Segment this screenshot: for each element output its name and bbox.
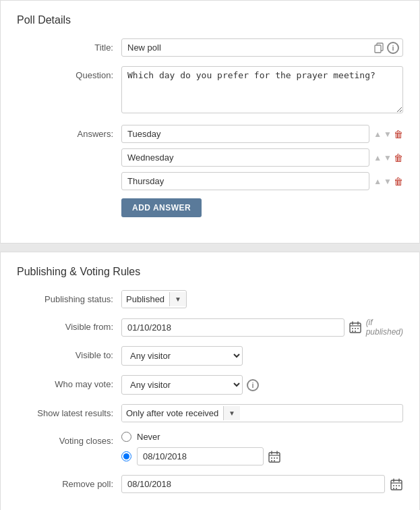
publishing-status-select[interactable]: Published Draft Archived <box>122 291 169 308</box>
answer-input-2[interactable] <box>121 172 369 190</box>
voting-closes-date-input[interactable] <box>137 447 264 465</box>
svg-point-6 <box>352 328 353 329</box>
voting-closes-radio-group: Never <box>121 432 403 465</box>
svg-point-19 <box>274 460 275 461</box>
visible-from-input[interactable] <box>121 318 344 337</box>
svg-point-9 <box>352 331 353 332</box>
svg-point-25 <box>396 485 397 486</box>
svg-point-7 <box>355 328 356 329</box>
show-results-label: Show latest results: <box>17 404 121 418</box>
poll-details-section: Poll Details Title: i Question: <box>0 0 420 244</box>
answer-up-icon-2[interactable]: ▲ <box>373 177 382 186</box>
answer-input-1[interactable] <box>121 148 369 167</box>
answer-input-0[interactable] <box>121 125 369 143</box>
svg-point-15 <box>271 457 272 459</box>
remove-poll-label: Remove poll: <box>17 475 121 489</box>
show-results-wrap: Only after vote received Always Never ▼ <box>121 404 403 422</box>
answers-block: ▲ ▼ 🗑 ▲ ▼ 🗑 ▲ <box>121 125 403 217</box>
svg-point-8 <box>357 328 359 329</box>
remove-poll-wrap <box>121 475 403 493</box>
title-input[interactable] <box>121 38 403 57</box>
who-may-vote-row: Who may vote: Any visitor Members only L… <box>17 375 403 395</box>
question-row: Question: Which day do you prefer for th… <box>17 66 403 115</box>
answer-delete-icon-0[interactable]: 🗑 <box>394 129 403 140</box>
question-field-wrap: Which day do you prefer for the prayer m… <box>121 66 403 115</box>
svg-point-10 <box>355 331 356 332</box>
show-results-select-wrap: Only after vote received Always Never ▼ <box>121 404 403 422</box>
who-may-vote-wrap: Any visitor Members only Logged in users… <box>121 375 403 395</box>
visible-to-wrap: Any visitor Members only Logged in users <box>121 346 403 366</box>
voting-closes-never-label: Never <box>137 432 160 442</box>
voting-closes-never-radio[interactable] <box>121 432 131 442</box>
answer-down-icon-2[interactable]: ▼ <box>384 177 392 186</box>
voting-closes-never-item: Never <box>121 432 403 442</box>
publishing-status-label: Publishing status: <box>17 290 121 304</box>
answer-row-1: ▲ ▼ 🗑 <box>121 148 403 167</box>
svg-point-26 <box>398 485 400 486</box>
voting-closes-row: Voting closes: Never <box>17 432 403 465</box>
copy-icon[interactable] <box>373 42 384 53</box>
answer-input-wrap-0 <box>121 125 369 143</box>
voting-closes-calendar-icon[interactable] <box>268 449 281 464</box>
answer-actions-2: ▲ ▼ 🗑 <box>373 176 403 187</box>
answer-down-icon-0[interactable]: ▼ <box>384 130 392 138</box>
visible-from-row: Visible from: <box>17 318 403 337</box>
answer-up-icon-1[interactable]: ▲ <box>373 154 382 162</box>
answer-row-0: ▲ ▼ 🗑 <box>121 125 403 143</box>
remove-poll-date-row <box>121 475 403 493</box>
svg-rect-1 <box>375 45 381 53</box>
svg-point-18 <box>271 460 272 461</box>
voting-closes-date-row <box>137 447 281 465</box>
svg-point-16 <box>274 457 275 459</box>
show-results-dropdown-btn[interactable]: ▼ <box>223 406 240 420</box>
if-published-note: (if published) <box>366 318 403 337</box>
visible-to-select[interactable]: Any visitor Members only Logged in users <box>121 346 243 366</box>
show-results-select[interactable]: Only after vote received Always Never <box>122 405 223 422</box>
publishing-status-row: Publishing status: Published Draft Archi… <box>17 290 403 308</box>
publishing-section: Publishing & Voting Rules Publishing sta… <box>0 252 420 510</box>
who-may-vote-label: Who may vote: <box>17 375 121 389</box>
poll-details-title: Poll Details <box>17 14 403 26</box>
title-icons: i <box>373 42 399 54</box>
visible-from-wrap: (if published) <box>121 318 403 337</box>
answers-label: Answers: <box>17 125 121 139</box>
voting-closes-date-radio[interactable] <box>121 451 131 461</box>
answer-input-wrap-1 <box>121 148 369 167</box>
answer-delete-icon-1[interactable]: 🗑 <box>394 152 403 163</box>
publishing-status-wrap: Published Draft Archived ▼ <box>121 290 403 308</box>
visible-from-date-row: (if published) <box>121 318 403 337</box>
answer-up-icon-0[interactable]: ▲ <box>373 130 382 138</box>
question-label: Question: <box>17 66 121 80</box>
publishing-title: Publishing & Voting Rules <box>17 266 403 278</box>
remove-poll-row: Remove poll: <box>17 475 403 493</box>
title-label: Title: <box>17 38 121 53</box>
publishing-status-select-wrap: Published Draft Archived ▼ <box>121 290 187 308</box>
voting-closes-label: Voting closes: <box>17 432 121 446</box>
voting-closes-date-item <box>121 447 403 465</box>
answer-delete-icon-2[interactable]: 🗑 <box>394 176 403 187</box>
title-input-wrap: i <box>121 38 403 57</box>
visible-to-row: Visible to: Any visitor Members only Log… <box>17 346 403 366</box>
visible-to-label: Visible to: <box>17 346 121 360</box>
voting-closes-wrap: Never <box>121 432 403 465</box>
remove-poll-calendar-icon[interactable] <box>389 477 403 492</box>
answer-down-icon-1[interactable]: ▼ <box>384 154 392 162</box>
title-field-wrap: i <box>121 38 403 57</box>
show-results-row: Show latest results: Only after vote rec… <box>17 404 403 422</box>
svg-point-28 <box>396 488 397 489</box>
visible-from-calendar-icon[interactable] <box>349 320 362 335</box>
publishing-status-dropdown-btn[interactable]: ▼ <box>169 292 186 306</box>
title-row: Title: i <box>17 38 403 57</box>
answer-actions-0: ▲ ▼ 🗑 <box>373 129 403 140</box>
svg-point-17 <box>276 457 278 459</box>
add-answer-button[interactable]: ADD ANSWER <box>121 198 202 217</box>
question-textarea[interactable]: Which day do you prefer for the prayer m… <box>121 66 403 113</box>
answer-actions-1: ▲ ▼ 🗑 <box>373 152 403 163</box>
remove-poll-date-input[interactable] <box>121 475 385 493</box>
svg-point-27 <box>393 488 394 489</box>
who-may-vote-select[interactable]: Any visitor Members only Logged in users <box>121 375 243 395</box>
who-may-vote-select-row: Any visitor Members only Logged in users… <box>121 375 403 395</box>
who-may-vote-info-icon[interactable]: i <box>247 379 259 391</box>
answers-row: Answers: ▲ ▼ 🗑 ▲ ▼ 🗑 <box>17 125 403 217</box>
info-icon[interactable]: i <box>387 42 399 54</box>
